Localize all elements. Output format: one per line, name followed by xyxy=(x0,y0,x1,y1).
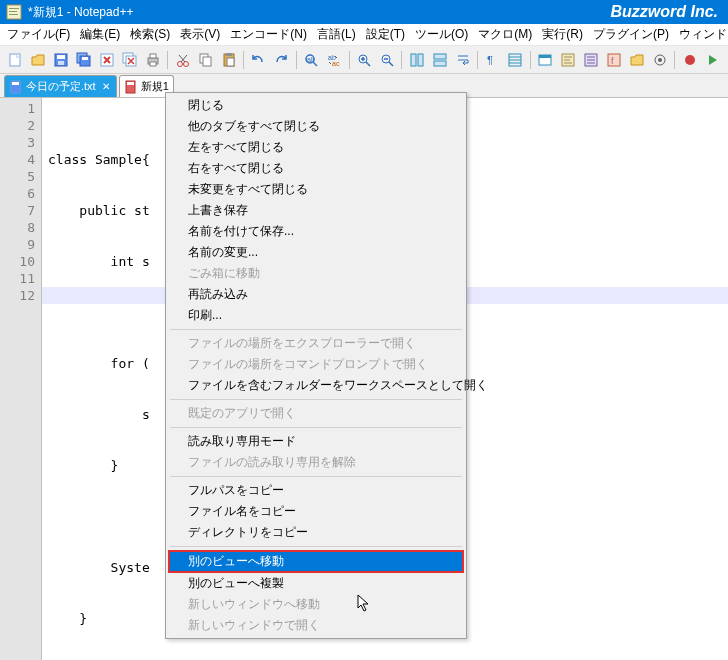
ctx-copy-filename[interactable]: ファイル名をコピー xyxy=(168,501,464,522)
ctx-separator xyxy=(170,427,462,428)
sync-h-icon[interactable] xyxy=(429,49,450,71)
redo-icon[interactable] xyxy=(271,49,292,71)
doc-list-icon[interactable] xyxy=(581,49,602,71)
new-file-icon[interactable] xyxy=(5,49,26,71)
menu-tools[interactable]: ツール(O) xyxy=(410,24,473,45)
menu-edit[interactable]: 編集(E) xyxy=(75,24,125,45)
open-file-icon[interactable] xyxy=(28,49,49,71)
play-icon[interactable] xyxy=(702,49,723,71)
doc-map-icon[interactable] xyxy=(558,49,579,71)
zoom-out-icon[interactable] xyxy=(376,49,397,71)
svg-rect-7 xyxy=(58,61,64,65)
ctx-separator xyxy=(170,546,462,547)
find-icon[interactable]: ab xyxy=(301,49,322,71)
indent-guide-icon[interactable] xyxy=(505,49,526,71)
svg-rect-49 xyxy=(127,82,134,85)
line-number: 11 xyxy=(0,270,35,287)
sync-v-icon[interactable] xyxy=(406,49,427,71)
save-icon[interactable] xyxy=(51,49,72,71)
ctx-separator xyxy=(170,476,462,477)
file-icon xyxy=(9,80,23,94)
svg-rect-37 xyxy=(539,55,551,58)
svg-rect-4 xyxy=(10,54,20,66)
ctx-print[interactable]: 印刷... xyxy=(168,305,464,326)
line-number: 8 xyxy=(0,219,35,236)
copy-icon[interactable] xyxy=(195,49,216,71)
ctx-close-left[interactable]: 左をすべて閉じる xyxy=(168,137,464,158)
ctx-close[interactable]: 閉じる xyxy=(168,95,464,116)
svg-point-18 xyxy=(183,61,188,66)
ctx-close-others[interactable]: 他のタブをすべて閉じる xyxy=(168,116,464,137)
svg-rect-47 xyxy=(12,82,19,85)
close-icon[interactable] xyxy=(97,49,118,71)
svg-point-44 xyxy=(685,55,695,65)
svg-rect-30 xyxy=(411,54,416,66)
monitor-icon[interactable] xyxy=(649,49,670,71)
menu-macro[interactable]: マクロ(M) xyxy=(473,24,537,45)
tab-close-icon[interactable]: ✕ xyxy=(100,81,112,93)
menu-file[interactable]: ファイル(F) xyxy=(2,24,75,45)
menu-settings[interactable]: 設定(T) xyxy=(361,24,410,45)
ctx-copy-directory[interactable]: ディレクトリをコピー xyxy=(168,522,464,543)
undo-icon[interactable] xyxy=(248,49,269,71)
ctx-reload[interactable]: 再読み込み xyxy=(168,284,464,305)
folder-ws-icon[interactable] xyxy=(626,49,647,71)
ctx-copy-fullpath[interactable]: フルパスをコピー xyxy=(168,480,464,501)
svg-rect-16 xyxy=(150,62,156,66)
ctx-save[interactable]: 上書き保存 xyxy=(168,200,464,221)
menu-search[interactable]: 検索(S) xyxy=(125,24,175,45)
ctx-move-to-other-view[interactable]: 別のビューへ移動 xyxy=(168,550,464,573)
svg-rect-15 xyxy=(150,54,156,58)
line-number: 4 xyxy=(0,151,35,168)
close-all-icon[interactable] xyxy=(120,49,141,71)
window-title: *新規1 - Notepad++ xyxy=(28,4,133,21)
tab-inactive[interactable]: 今日の予定.txt ✕ xyxy=(4,75,117,97)
ctx-close-right[interactable]: 右をすべて閉じる xyxy=(168,158,464,179)
tab-context-menu: 閉じる 他のタブをすべて閉じる 左をすべて閉じる 右をすべて閉じる 未変更をすべ… xyxy=(165,92,467,639)
svg-rect-1 xyxy=(9,8,19,9)
svg-rect-10 xyxy=(82,57,88,60)
svg-text:ac: ac xyxy=(332,60,340,67)
menu-language[interactable]: 言語(L) xyxy=(312,24,361,45)
svg-text:¶: ¶ xyxy=(487,54,493,66)
menu-window[interactable]: ウィンドウ管理(W) xyxy=(674,24,728,45)
ctx-open-folder-ws[interactable]: ファイルを含むフォルダーをワークスペースとして開く xyxy=(168,375,464,396)
menu-run[interactable]: 実行(R) xyxy=(537,24,588,45)
app-icon xyxy=(6,4,22,20)
ctx-open-new-window: 新しいウィンドウで開く xyxy=(168,615,464,636)
line-number: 1 xyxy=(0,100,35,117)
svg-rect-40 xyxy=(608,54,620,66)
menu-encoding[interactable]: エンコード(N) xyxy=(225,24,312,45)
save-all-icon[interactable] xyxy=(74,49,95,71)
svg-rect-20 xyxy=(203,57,211,66)
ctx-save-as[interactable]: 名前を付けて保存... xyxy=(168,221,464,242)
zoom-in-icon[interactable] xyxy=(354,49,375,71)
menu-view[interactable]: 表示(V) xyxy=(175,24,225,45)
ctx-readonly-mode[interactable]: 読み取り専用モード xyxy=(168,431,464,452)
svg-point-43 xyxy=(658,58,662,62)
replace-icon[interactable]: abac xyxy=(324,49,345,71)
paste-icon[interactable] xyxy=(218,49,239,71)
toolbar: ab abac ¶ f xyxy=(0,46,728,74)
ctx-close-unchanged[interactable]: 未変更をすべて閉じる xyxy=(168,179,464,200)
show-all-icon[interactable]: ¶ xyxy=(482,49,503,71)
ctx-clone-to-other-view[interactable]: 別のビューへ複製 xyxy=(168,573,464,594)
lang-icon[interactable] xyxy=(535,49,556,71)
menu-plugins[interactable]: プラグイン(P) xyxy=(588,24,674,45)
cut-icon[interactable] xyxy=(172,49,193,71)
ctx-separator xyxy=(170,399,462,400)
print-icon[interactable] xyxy=(142,49,163,71)
wrap-icon[interactable] xyxy=(452,49,473,71)
ctx-rename[interactable]: 名前の変更... xyxy=(168,242,464,263)
svg-rect-33 xyxy=(434,61,446,66)
line-number: 9 xyxy=(0,236,35,253)
ctx-open-explorer: ファイルの場所をエクスプローラーで開く xyxy=(168,333,464,354)
line-number-gutter: 1 2 3 4 5 6 7 8 9 10 11 12 xyxy=(0,98,42,660)
record-icon[interactable] xyxy=(679,49,700,71)
func-list-icon[interactable]: f xyxy=(603,49,624,71)
svg-rect-6 xyxy=(57,55,65,59)
svg-rect-22 xyxy=(226,53,232,56)
tab-label: 今日の予定.txt xyxy=(26,79,96,94)
ctx-separator xyxy=(170,329,462,330)
svg-rect-32 xyxy=(434,54,446,59)
